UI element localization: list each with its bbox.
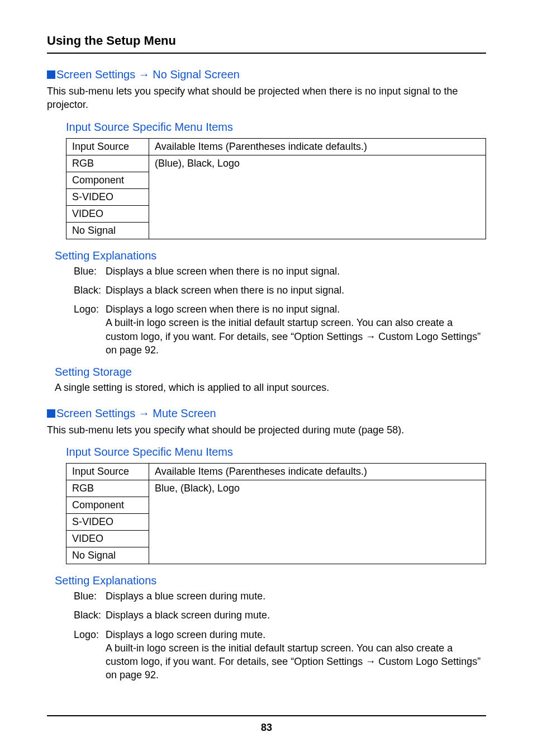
explanation-text: Displays a blue screen during mute. [106, 589, 486, 603]
explanation-row: Blue: Displays a blue screen when there … [74, 264, 486, 278]
table-cell-source: No Signal [66, 222, 149, 239]
table-header-col2: Available Items (Parentheses indicate de… [149, 463, 486, 480]
footer-rule [47, 715, 486, 716]
table-cell-source: No Signal [66, 547, 149, 564]
table-row: RGB Blue, (Black), Logo [66, 480, 486, 497]
table-cell-source: VIDEO [66, 530, 149, 547]
table-cell-source: Component [66, 497, 149, 513]
table-cell-source: RGB [66, 480, 149, 497]
table-header-col2: Available Items (Parentheses indicate de… [149, 138, 486, 155]
table-cell-source: S-VIDEO [66, 513, 149, 530]
explanations-block-1: Blue: Displays a blue screen when there … [74, 264, 486, 357]
section-title-no-signal: Screen Settings → No Signal Screen [47, 68, 486, 81]
explanation-text: Displays a black screen during mute. [106, 608, 486, 622]
setting-storage-title: Setting Storage [55, 366, 486, 379]
section-title-mute: Screen Settings → Mute Screen [47, 407, 486, 420]
explanation-row: Black: Displays a black screen during mu… [74, 608, 486, 622]
explanation-label: Blue: [74, 589, 106, 603]
input-source-title-1: Input Source Specific Menu Items [66, 121, 486, 134]
explanation-label: Black: [74, 284, 106, 297]
table-header-row: Input Source Available Items (Parenthese… [66, 138, 486, 155]
explanation-label: Logo: [74, 303, 106, 357]
input-source-table-1: Input Source Available Items (Parenthese… [66, 138, 486, 239]
explanation-label: Black: [74, 608, 106, 622]
explanation-label: Logo: [74, 628, 106, 682]
explanation-row: Blue: Displays a blue screen during mute… [74, 589, 486, 603]
explanation-text: Displays a logo screen when there is no … [106, 303, 486, 357]
table-cell-source: RGB [66, 155, 149, 172]
explanation-text: Displays a black screen when there is no… [106, 284, 486, 297]
page-footer: 83 [47, 715, 486, 734]
table-header-col1: Input Source [66, 138, 149, 155]
bullet-icon [47, 409, 55, 418]
explanation-row: Logo: Displays a logo screen when there … [74, 303, 486, 357]
explanation-row: Black: Displays a black screen when ther… [74, 284, 486, 297]
section-title-text: Screen Settings → Mute Screen [56, 407, 216, 419]
header-rule [47, 53, 486, 54]
explanation-text: Displays a blue screen when there is no … [106, 264, 486, 278]
input-source-table-2: Input Source Available Items (Parenthese… [66, 463, 486, 564]
table-cell-source: Component [66, 172, 149, 188]
setting-storage-text: A single setting is stored, which is app… [55, 381, 486, 394]
section2-intro: This sub-menu lets you specify what shou… [47, 423, 486, 437]
table-row: RGB (Blue), Black, Logo [66, 155, 486, 172]
section1-intro: This sub-menu lets you specify what shou… [47, 84, 486, 112]
setting-explanations-title-2: Setting Explanations [55, 574, 486, 587]
page-title: Using the Setup Menu [47, 34, 486, 48]
bullet-icon [47, 70, 55, 79]
table-cell-items: (Blue), Black, Logo [149, 155, 486, 239]
table-cell-source: S-VIDEO [66, 188, 149, 205]
input-source-title-2: Input Source Specific Menu Items [66, 446, 486, 459]
explanation-label: Blue: [74, 264, 106, 278]
explanation-row: Logo: Displays a logo screen during mute… [74, 628, 486, 682]
setting-explanations-title-1: Setting Explanations [55, 249, 486, 262]
explanations-block-2: Blue: Displays a blue screen during mute… [74, 589, 486, 682]
table-cell-items: Blue, (Black), Logo [149, 480, 486, 564]
section-title-text: Screen Settings → No Signal Screen [56, 68, 240, 81]
page-number: 83 [47, 722, 486, 734]
table-header-row: Input Source Available Items (Parenthese… [66, 463, 486, 480]
explanation-text: Displays a logo screen during mute. A bu… [106, 628, 486, 682]
table-cell-source: VIDEO [66, 205, 149, 222]
table-header-col1: Input Source [66, 463, 149, 480]
